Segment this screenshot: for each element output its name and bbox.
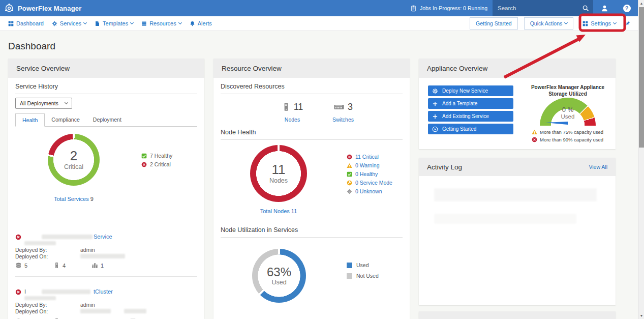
tab-deployment[interactable]: Deployment: [86, 113, 128, 127]
quick-actions-button[interactable]: Quick Actions: [524, 17, 574, 30]
service-health-donut: 2Critical: [48, 134, 100, 186]
powerflex-logo-icon: [4, 3, 14, 13]
service-health-label: Critical: [64, 163, 83, 170]
capacity-warning-90: More than 90% capacity used: [532, 137, 603, 142]
nav-services[interactable]: Services: [52, 20, 86, 26]
chevron-down-icon: [130, 21, 134, 24]
legend-service-mode-link[interactable]: 0 Service Mode: [355, 180, 392, 186]
resource-overview-header: Resource Overview: [213, 59, 410, 78]
warning-triangle-icon: [532, 129, 537, 135]
resource-overview-panel: Resource Overview Discovered Resources 1…: [213, 59, 410, 319]
deployed-on-label: Deployed On:: [15, 308, 48, 314]
service-list-item: Service Deployed By: admin Deployed On: …: [8, 231, 204, 276]
switches-count: 3: [348, 102, 353, 112]
node-health-value: 11: [272, 163, 286, 177]
legend-healthy-link[interactable]: 0 Healthy: [355, 171, 378, 177]
deployments-filter-select[interactable]: All Deployments: [15, 98, 72, 109]
quick-actions-label: Quick Actions: [530, 20, 563, 26]
redacted-text: [80, 254, 125, 258]
redacted-text: [124, 309, 146, 313]
add-template-button[interactable]: Add a Template: [428, 98, 513, 109]
view-all-link[interactable]: View All: [589, 164, 607, 170]
services-icon: [52, 21, 57, 26]
powerflex-manager-screen: PowerFlex Manager Jobs In-Progress: 0 Ru…: [0, 0, 644, 319]
capacity-warning-75: More than 75% capacity used: [532, 129, 603, 135]
service-overview-panel: Service Overview Service History All Dep…: [8, 59, 204, 319]
plus-icon: [432, 113, 438, 120]
service-overview-header: Service Overview: [8, 59, 204, 78]
settings-label: Settings: [591, 20, 611, 26]
tab-health[interactable]: Health: [15, 113, 45, 127]
node-icon: [53, 262, 60, 269]
search-input[interactable]: [497, 5, 582, 12]
add-existing-service-button[interactable]: Add Existing Service: [428, 111, 513, 122]
alerts-icon: [190, 21, 195, 26]
scroll-up-arrow[interactable]: ▲: [638, 0, 644, 7]
annotation-arrow-head: [576, 35, 586, 42]
redacted-content: [434, 188, 597, 201]
legend-critical-link[interactable]: 11 Critical: [355, 154, 379, 160]
scrollbar-thumb[interactable]: [639, 7, 644, 148]
scroll-down-arrow[interactable]: ▼: [638, 312, 644, 319]
getting-started-label: Getting Started: [476, 20, 512, 26]
nav-dashboard[interactable]: Dashboard: [8, 20, 44, 26]
healthy-check-icon: [347, 171, 352, 177]
legend-unknown-link[interactable]: 0 Unknown: [355, 188, 382, 194]
unknown-diamond-icon: [347, 189, 352, 194]
jobs-in-progress[interactable]: Jobs In-Progress: 0 Running: [410, 5, 487, 12]
appliance-overview-header: Appliance Overview: [419, 59, 616, 78]
gauge-title: PowerFlex Manager Appliance Storage Util…: [522, 84, 614, 97]
gear-icon: [432, 88, 438, 94]
nodes-link[interactable]: Nodes: [274, 117, 310, 123]
legend-used: Used: [356, 262, 369, 268]
settings-icon: [582, 21, 588, 26]
service-resource-counts: 5 4 1: [15, 262, 130, 269]
activity-log-title: Activity Log: [427, 163, 462, 171]
nav-resources[interactable]: Resources: [141, 20, 181, 26]
tab-compliance[interactable]: Compliance: [45, 113, 86, 127]
help-button[interactable]: ?: [616, 0, 638, 16]
user-menu-button[interactable]: [593, 0, 616, 16]
total-services-link[interactable]: Total Services: [54, 196, 88, 202]
total-services-value: 9: [90, 196, 94, 202]
service-name-prefix: I: [24, 288, 26, 295]
service-history-tabs: Health Compliance Deployment: [15, 113, 197, 127]
settings-button[interactable]: Settings: [582, 20, 616, 26]
gauge-label: Used: [540, 113, 596, 120]
deploy-new-service-button[interactable]: Deploy New Service: [428, 85, 513, 96]
service-name-link[interactable]: Service: [94, 234, 112, 240]
getting-started-service-button[interactable]: Getting Started: [428, 124, 513, 134]
node-utilization-legend: Used Not Used: [347, 262, 379, 281]
play-icon: [432, 126, 438, 132]
pin-toolbar-icon[interactable]: [624, 20, 631, 27]
switches-link[interactable]: Switches: [323, 117, 363, 123]
legend-warning-link[interactable]: 0 Warning: [355, 162, 379, 168]
nav-alerts[interactable]: Alerts: [190, 20, 212, 26]
dashboard-icon: [8, 21, 14, 26]
help-icon: ?: [623, 5, 631, 12]
service-health-value: 2: [70, 149, 77, 163]
node-icon: [282, 101, 291, 112]
total-services: Total Services 9: [22, 196, 126, 202]
app-title: PowerFlex Manager: [18, 5, 82, 12]
total-nodes-link[interactable]: Total Nodes 11: [227, 208, 330, 214]
vertical-scrollbar[interactable]: ▲ ▼: [638, 0, 644, 319]
templates-icon: [95, 21, 100, 26]
redacted-text: [24, 296, 56, 300]
search-icon[interactable]: [582, 5, 589, 12]
deployed-by-label: Deployed By:: [15, 302, 47, 308]
getting-started-button[interactable]: Getting Started: [470, 17, 518, 30]
deployed-by-label: Deployed By:: [15, 247, 47, 253]
nav-templates[interactable]: Templates: [95, 20, 133, 26]
deployments-filter-value: All Deployments: [20, 100, 58, 106]
divider: [15, 276, 197, 277]
main-nav: Dashboard Services Templates Resources A…: [0, 16, 638, 31]
warning-triangle-icon: [347, 163, 352, 168]
service-name-link[interactable]: tCluster: [94, 288, 113, 295]
search-box: [493, 0, 593, 16]
user-icon: [601, 5, 608, 12]
service-history-title: Service History: [15, 83, 197, 94]
nav-alerts-label: Alerts: [198, 20, 212, 26]
chevron-down-icon: [178, 21, 182, 24]
next-panel-header-cut: [419, 311, 616, 319]
